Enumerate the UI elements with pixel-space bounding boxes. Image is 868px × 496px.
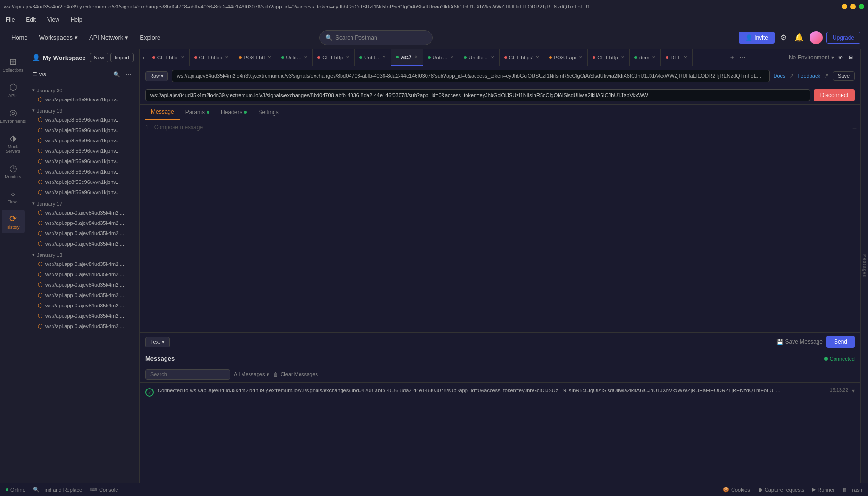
list-item[interactable]: ⬡ ws://api.aje8f56e96uvvn1kjphv... — [26, 125, 139, 135]
list-item[interactable]: ⬡ ws://api.app-0.ajev84ud35k4m2l... — [26, 239, 139, 249]
tab-close-icon[interactable]: ✕ — [652, 55, 656, 60]
list-item[interactable]: ⬡ ws://api.aje8f56e96uvvn1kjphv... — [26, 146, 139, 156]
messages-search-input[interactable] — [145, 369, 230, 380]
list-item[interactable]: ⬡ ws://api.app-0.ajev84ud35k4m2l... — [26, 228, 139, 239]
new-button[interactable]: New — [90, 53, 108, 62]
status-find-replace[interactable]: 🔍 Find and Replace — [33, 487, 82, 493]
tab-close-icon[interactable]: ✕ — [267, 55, 271, 60]
list-item[interactable]: ⬡ ws://api.app-0.ajev84ud35k4m2l... — [26, 311, 139, 321]
more-options-button[interactable]: ⋯ — [124, 69, 134, 80]
window-controls[interactable]: － — [842, 4, 864, 9]
nav-explore[interactable]: Explore — [136, 32, 164, 43]
disconnect-button[interactable]: Disconnect — [814, 89, 855, 101]
tab-params[interactable]: Params — [180, 105, 215, 119]
tab-ws-1[interactable]: Untit... ✕ — [276, 49, 313, 66]
history-group-jan30[interactable]: ▾ January 30 — [26, 84, 139, 94]
list-item[interactable]: ⬡ ws://api.app-0.ajev84ud35k4m2l... — [26, 280, 139, 290]
tab-get-4[interactable]: GET http:/ ✕ — [500, 49, 544, 66]
environment-selector[interactable]: No Environment ▾ 👁 ⊞ — [783, 49, 860, 66]
status-console[interactable]: ⌨ Console — [90, 487, 118, 493]
tab-close-icon[interactable]: ✕ — [684, 55, 687, 60]
menu-file[interactable]: File — [4, 16, 17, 24]
sidebar-item-history[interactable]: ⟳ History — [2, 210, 25, 233]
right-sidebar-toggle[interactable]: Messages — [860, 49, 868, 483]
tab-close-icon[interactable]: ✕ — [304, 55, 308, 60]
tab-close-icon[interactable]: ✕ — [535, 55, 539, 60]
tab-close-icon[interactable]: ✕ — [414, 54, 418, 59]
list-item[interactable]: ⬡ ws://api.app-0.ajev84ud35k4m2l... — [26, 321, 139, 331]
sidebar-item-environments[interactable]: ◎ Environments — [2, 104, 25, 127]
ws-url-input[interactable] — [145, 89, 810, 101]
menu-edit[interactable]: Edit — [24, 16, 38, 24]
tab-headers[interactable]: Headers — [215, 105, 252, 119]
tab-settings[interactable]: Settings — [252, 105, 284, 119]
nav-api-network[interactable]: API Network ▾ — [85, 32, 132, 43]
tab-dem[interactable]: dem ✕ — [630, 49, 661, 66]
list-item[interactable]: ⬡ ws://api.aje8f56e96uvvn1kjphv... — [26, 94, 139, 105]
history-group-jan19[interactable]: ▾ January 19 — [26, 105, 139, 115]
list-item[interactable]: ⬡ ws://api.app-0.ajev84ud35k4m2l... — [26, 290, 139, 300]
save-message-button[interactable]: 💾 Save Message — [776, 339, 823, 345]
tab-get-3[interactable]: GET http ✕ — [313, 49, 355, 66]
status-trash[interactable]: 🗑 Trash — [842, 487, 862, 493]
menu-view[interactable]: View — [45, 16, 61, 24]
minimize-button[interactable]: － — [842, 4, 847, 9]
history-group-jan13[interactable]: ▾ January 13 — [26, 249, 139, 259]
collapse-button[interactable]: − — [852, 124, 857, 132]
import-button[interactable]: Import — [110, 53, 134, 62]
sidebar-item-flows[interactable]: ⬦ Flows — [2, 185, 25, 208]
env-edit-button[interactable]: ⊞ — [847, 52, 855, 62]
clear-messages-button[interactable]: 🗑 Clear Messages — [273, 372, 317, 377]
status-cookies[interactable]: 🍪 Cookies — [723, 487, 750, 493]
sidebar-item-apis[interactable]: ⬡ APIs — [2, 78, 25, 102]
add-tab-button[interactable]: ＋ — [727, 53, 737, 62]
search-bar[interactable]: 🔍 Search Postman — [319, 30, 433, 45]
tab-close-icon[interactable]: ✕ — [491, 55, 494, 60]
nav-workspaces[interactable]: Workspaces ▾ — [35, 32, 82, 43]
sidebar-item-mock-servers[interactable]: ⬗ Mock Servers — [2, 129, 25, 157]
list-item[interactable]: ⬡ ws://api.app-0.ajev84ud35k4m2l... — [26, 300, 139, 311]
text-format-button[interactable]: Text ▾ — [145, 337, 170, 347]
tab-close-icon[interactable]: ✕ — [346, 55, 350, 60]
tab-nav-left[interactable]: ‹ — [140, 49, 148, 66]
expand-icon[interactable]: ▾ — [852, 388, 855, 394]
env-eye-button[interactable]: 👁 — [836, 53, 845, 62]
avatar[interactable] — [810, 31, 823, 44]
tab-close-icon[interactable]: ✕ — [579, 55, 583, 60]
list-item[interactable]: ⬡ ws://api.app-0.ajev84ud35k4m2l... — [26, 259, 139, 269]
save-button[interactable]: Save — [833, 71, 855, 81]
tab-post-2[interactable]: POST api ✕ — [544, 49, 588, 66]
sidebar-item-monitors[interactable]: ◷ Monitors — [2, 159, 25, 183]
history-group-jan17[interactable]: ▾ January 17 — [26, 198, 139, 207]
maximize-button[interactable] — [850, 4, 856, 9]
list-item[interactable]: ⬡ ws://api.aje8f56e96uvvn1kjphv... — [26, 115, 139, 125]
raw-button[interactable]: Raw ▾ — [145, 71, 168, 81]
tab-get-5[interactable]: GET http ✕ — [588, 49, 630, 66]
tab-get-2[interactable]: GET http:/ ✕ — [190, 49, 234, 66]
message-compose-area[interactable]: 1 Compose message − — [140, 120, 860, 332]
docs-link[interactable]: Docs — [774, 73, 785, 79]
list-item[interactable]: ⬡ ws://api.aje8f56e96uvvn1kjphv... — [26, 135, 139, 146]
tab-ws-2[interactable]: Untit... ✕ — [355, 49, 391, 66]
tab-post-1[interactable]: POST htt ✕ — [234, 49, 276, 66]
messages-filter-button[interactable]: All Messages ▾ — [234, 372, 269, 378]
status-online[interactable]: Online — [6, 487, 25, 493]
settings-button[interactable]: ⚙ — [778, 31, 789, 44]
tab-get-1[interactable]: GET http ✕ — [148, 49, 190, 66]
send-button[interactable]: Send — [826, 336, 855, 348]
list-item[interactable]: ⬡ ws://api.app-0.ajev84ud35k4m2l... — [26, 269, 139, 280]
list-item[interactable]: ⬡ ws://api.app-0.ajev84ud35k4m2l... — [26, 207, 139, 218]
close-button[interactable] — [859, 4, 864, 9]
search-history-button[interactable]: 🔍 — [111, 69, 122, 80]
list-item[interactable]: ⬡ ws://api.app-0.ajev84ud35k4m2l... — [26, 218, 139, 228]
more-tabs-button[interactable]: ⋯ — [738, 54, 747, 61]
list-item[interactable]: ⬡ ws://api.aje8f56e96uvvn1kjphv... — [26, 166, 139, 177]
tab-del[interactable]: DEL ✕ — [661, 49, 692, 66]
tab-ws-4[interactable]: Untitle... ✕ — [459, 49, 499, 66]
tab-close-icon[interactable]: ✕ — [450, 55, 454, 60]
tab-ws-active[interactable]: ws:// ✕ — [391, 49, 423, 66]
notifications-button[interactable]: 🔔 — [793, 31, 806, 44]
invite-button[interactable]: 👤 Invite — [739, 32, 775, 44]
tab-ws-3[interactable]: Untit... ✕ — [423, 49, 459, 66]
tab-close-icon[interactable]: ✕ — [225, 55, 229, 60]
